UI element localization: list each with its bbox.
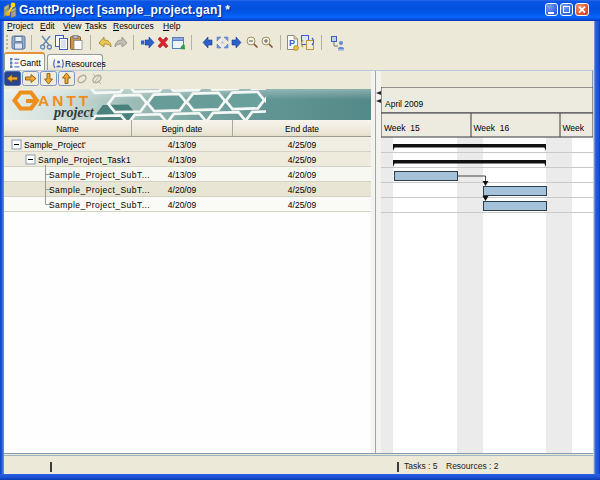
svg-text:Week 15: Week 15 [384,123,420,133]
svg-text:project: project [53,105,95,120]
svg-text:April 2009: April 2009 [385,99,424,109]
svg-text:Week: Week [563,123,585,133]
svg-text:Week 16: Week 16 [474,123,510,133]
